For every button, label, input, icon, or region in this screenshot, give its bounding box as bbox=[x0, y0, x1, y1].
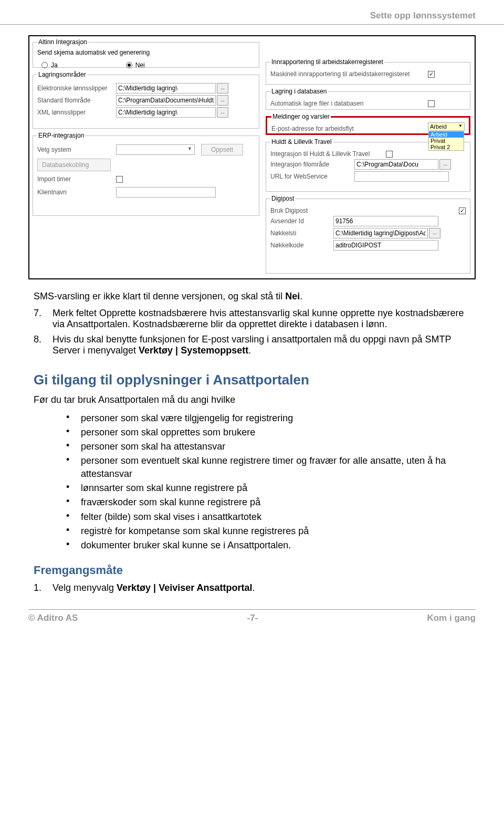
page-header: Sette opp lønnssystemet bbox=[0, 0, 504, 25]
label-xml-lonnsslipper: XML lønnsslipper bbox=[37, 109, 116, 116]
bullet-list: •personer som skal være tilgjengelig for… bbox=[66, 412, 476, 552]
fieldset-innrapportering: Innrapportering til arbeidstakerregister… bbox=[266, 58, 470, 85]
input-nokkelsti[interactable] bbox=[333, 228, 428, 238]
browse-button[interactable]: ... bbox=[429, 228, 440, 238]
settings-screenshot: Altinn Integrasjon Send skjema automatis… bbox=[28, 35, 476, 279]
label-std-filomrade: Standard filområde bbox=[37, 97, 116, 104]
browse-button[interactable]: ... bbox=[439, 159, 451, 170]
label-integrasjon-filomrade: Integrasjon filområde bbox=[270, 161, 333, 168]
label-klientnavn: Klientnavn bbox=[37, 189, 116, 196]
label-import-timer: Import timer bbox=[37, 175, 116, 183]
input-integrasjon-filomrade[interactable] bbox=[354, 159, 438, 170]
fieldset-erp: ERP-integrasjon Velg system Oppsett Data… bbox=[33, 132, 259, 216]
browse-button[interactable]: ... bbox=[217, 95, 228, 106]
bullet-item: •registrè for kompetanse som skal kunne … bbox=[66, 525, 476, 537]
list-item-7: 7. Merk feltet Opprette kostnadsbærere h… bbox=[34, 308, 476, 330]
input-url-webservice[interactable] bbox=[354, 171, 449, 182]
browse-button[interactable]: ... bbox=[217, 107, 228, 118]
checkbox-maskinell-innrap[interactable] bbox=[428, 71, 435, 78]
checkbox-auto-lagre[interactable] bbox=[428, 100, 435, 107]
bullet-item: •personer som skal ha attestansvar bbox=[66, 440, 476, 453]
paragraph-intro: Før du tar bruk Ansattportalen må du ang… bbox=[34, 393, 476, 406]
document-body: SMS-varsling er ikke klart til denne ver… bbox=[34, 290, 476, 593]
heading-gi-tilgang: Gi tilgang til opplysninger i Ansattport… bbox=[34, 372, 476, 388]
input-std-filomrade[interactable] bbox=[116, 95, 216, 106]
dropdown-selected: Arbeid bbox=[428, 123, 464, 130]
browse-button[interactable]: ... bbox=[217, 83, 228, 93]
bullet-icon: • bbox=[66, 496, 81, 508]
radio-nei-label: Nei bbox=[135, 61, 145, 69]
legend-lagdb: Lagring i databasen bbox=[270, 88, 328, 95]
label-el-lonnsslipper: Elektroniske lønnsslipper bbox=[37, 85, 116, 92]
item-number: 7. bbox=[34, 308, 52, 330]
checkbox-import-timer[interactable] bbox=[116, 176, 123, 183]
dropdown-epost-arbeidsflyt[interactable]: Arbeid Arbeid Privat Privat 2 bbox=[428, 122, 465, 131]
label-maskinell-innrap: Maskinell innrapportering til arbeidstak… bbox=[270, 70, 428, 78]
bullet-item: •lønnsarter som skal kunne registrere på bbox=[66, 482, 476, 494]
bullet-icon: • bbox=[66, 525, 81, 537]
numbered-list: 7. Merk feltet Opprette kostnadsbærere h… bbox=[34, 308, 476, 356]
item-body: Velg menyvalg Verktøy | Veiviser Ansattp… bbox=[52, 582, 476, 593]
legend-erp: ERP-integrasjon bbox=[37, 132, 85, 139]
radio-ja[interactable]: Ja bbox=[41, 61, 58, 69]
step-1: 1. Velg menyvalg Verktøy | Veiviser Ansa… bbox=[34, 582, 476, 593]
radio-icon bbox=[126, 62, 132, 68]
dropdown-option[interactable]: Privat bbox=[429, 138, 464, 144]
bullet-icon: • bbox=[66, 539, 81, 551]
item-body: Hvis du skal benytte funksjonen for E-po… bbox=[52, 334, 476, 356]
dropdown-option[interactable]: Arbeid bbox=[429, 131, 464, 138]
item-body: Merk feltet Opprette kostnadsbærere hvis… bbox=[52, 308, 476, 330]
label-nokkelsti: Nøkkelsti bbox=[270, 230, 333, 237]
page-footer: © Aditro AS -7- Kom i gang bbox=[28, 609, 476, 623]
bullet-icon: • bbox=[66, 511, 81, 523]
radio-ja-label: Ja bbox=[51, 61, 58, 69]
radio-nei[interactable]: Nei bbox=[126, 61, 145, 69]
fieldset-meldinger-varsler: Meldinger og varsler E-post-adresse for … bbox=[266, 113, 470, 135]
bullet-icon: • bbox=[66, 440, 81, 453]
input-el-lonnsslipper[interactable] bbox=[116, 83, 216, 93]
label-bruk-digipost: Bruk Digipost bbox=[270, 207, 333, 214]
input-nokkelkode[interactable] bbox=[333, 240, 438, 251]
header-title: Sette opp lønnssystemet bbox=[370, 11, 476, 20]
legend-altinn: Altinn Integrasjon bbox=[37, 38, 88, 46]
item-number: 8. bbox=[34, 334, 52, 356]
bullet-item: •dokumenter bruker skal kunne se i Ansat… bbox=[66, 539, 476, 551]
footer-right: Kom i gang bbox=[427, 613, 476, 623]
label-nokkelkode: Nøkkelkode bbox=[270, 242, 333, 249]
legend-innrap: Innrapportering til arbeidstakerregister… bbox=[270, 58, 384, 66]
footer-center: -7- bbox=[247, 613, 258, 623]
label-epost-arbeidsflyt: E-post-adresse for arbeidsflyt bbox=[271, 125, 376, 132]
checkbox-integrasjon-travel[interactable] bbox=[386, 151, 393, 158]
bullet-item: •fraværskoder som skal kunne registrere … bbox=[66, 496, 476, 508]
fieldset-digipost: Digipost Bruk Digipost Avsender Id Nøkke… bbox=[266, 195, 470, 274]
steps-list: 1. Velg menyvalg Verktøy | Veiviser Ansa… bbox=[34, 582, 476, 593]
checkbox-bruk-digipost[interactable] bbox=[459, 207, 466, 214]
label-url-webservice: URL for WebService bbox=[270, 173, 333, 180]
input-klientnavn[interactable] bbox=[116, 187, 216, 197]
legend-digi: Digipost bbox=[270, 195, 295, 202]
legend-lagring: Lagringsområder bbox=[37, 71, 87, 78]
radio-icon bbox=[41, 62, 48, 68]
dropdown-option[interactable]: Privat 2 bbox=[429, 144, 464, 150]
fieldset-lagring-db: Lagring i databasen Automatisk lagre fil… bbox=[266, 88, 470, 110]
heading-fremgangsmate: Fremgangsmåte bbox=[34, 564, 476, 577]
altinn-sublabel: Send skjema automatisk ved generering bbox=[37, 49, 255, 56]
bullet-icon: • bbox=[66, 412, 81, 424]
input-xml-lonnsslipper[interactable] bbox=[116, 107, 216, 118]
bullet-item: •personer som eventuelt skal kunne regis… bbox=[66, 454, 476, 480]
dropdown-velg-system[interactable] bbox=[116, 144, 195, 155]
oppsett-button[interactable]: Oppsett bbox=[201, 144, 243, 155]
list-item-8: 8. Hvis du skal benytte funksjonen for E… bbox=[34, 334, 476, 356]
bullet-icon: • bbox=[66, 426, 81, 439]
label-auto-lagre: Automatisk lagre filer i databasen bbox=[270, 100, 428, 107]
legend-meld: Meldinger og varsler bbox=[271, 113, 331, 120]
paragraph-sms-varsling: SMS-varsling er ikke klart til denne ver… bbox=[34, 290, 476, 303]
databasekobling-button[interactable]: Databasekobling bbox=[37, 159, 111, 171]
dropdown-options: Arbeid Privat Privat 2 bbox=[428, 131, 464, 151]
bullet-icon: • bbox=[66, 454, 81, 480]
input-avsender-id[interactable] bbox=[333, 216, 438, 226]
item-number: 1. bbox=[34, 582, 52, 593]
bullet-item: •personer som skal være tilgjengelig for… bbox=[66, 412, 476, 424]
bullet-icon: • bbox=[66, 482, 81, 494]
label-avsender-id: Avsender Id bbox=[270, 217, 333, 225]
